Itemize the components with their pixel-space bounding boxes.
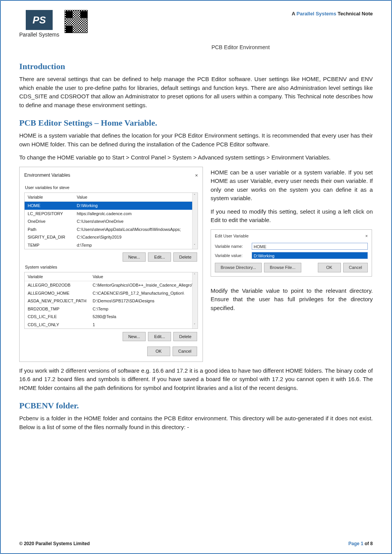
ok-button[interactable]: OK [318,263,341,272]
variable-name-cell: ASDA_NEW_PROJECT_PATH [25,297,90,305]
home-after-paragraph: If you work with 2 different versions of… [19,367,373,393]
tech-note-suffix: Technical Note [336,11,373,17]
column-value[interactable]: Value [74,193,198,202]
delete-button[interactable]: Delete [173,252,197,262]
table-row[interactable]: CDS_LIC_ONLY1 [25,321,198,329]
ok-button[interactable]: OK [147,347,170,356]
variable-name-cell: OneDrive [25,217,74,226]
table-row[interactable]: SIGRITY_EDA_DIRC:\Cadence\Sigrity2019 [25,233,198,241]
table-row[interactable]: ALLEGROMO_HOMEC:\CADENCE\SPB_17.2_Manufa… [25,289,198,297]
variable-value-cell: C:\Users\steve\AppData\Local\Microsoft\W… [74,226,198,234]
table-row[interactable]: TEMPd:\Temp [25,241,198,249]
variable-name-cell: HOME [25,202,74,210]
table-row[interactable]: CDS_LIC_FILE5280@Tesla [25,313,198,321]
home-side-paragraph-3: Modify the Variable value to point to th… [211,287,373,313]
variable-name-cell: BRD2ODB_TMP [25,305,90,313]
variable-name-cell: ALLEGROMO_HOME [25,289,90,297]
variable-name-cell: Path [25,226,74,234]
page-number: Page 1 of 8 [349,540,373,547]
table-row[interactable]: ASDA_NEW_PROJECT_PATHD:\Demos\SPB172\SDA… [25,297,198,305]
browse-file-button[interactable]: Browse File... [264,263,301,272]
table-row[interactable]: CDS_SDA_HIGH_DPI1 [25,328,198,329]
heading-pcbenv: PCBENV folder. [19,399,373,412]
new-button[interactable]: New... [123,252,146,262]
chevron-down-icon[interactable]: ˅ [194,243,196,249]
variable-value-cell: D:\Demos\SPB172\SDA\Designs [90,297,198,305]
variable-value-input[interactable]: D:\Working [252,252,368,259]
column-value[interactable]: Value [90,272,198,281]
variable-name-cell: CDS_LIC_FILE [25,313,90,321]
cancel-button[interactable]: Cancel [173,347,197,356]
table-row[interactable]: LC_REPOSITORYhttps://allegrolc.cadence.c… [25,210,198,218]
column-variable[interactable]: Variable [25,272,90,281]
variable-name-cell: TEMP [25,241,74,249]
dialog-title: Edit User Variable [215,233,249,239]
scrollbar[interactable]: ˄ ˅ [192,272,198,328]
system-variables-group-label: System variables [25,264,198,270]
chevron-up-icon[interactable]: ˄ [194,273,196,278]
home-side-paragraph-2: If you need to modify this setting, sele… [211,207,373,225]
copyright-text: © 2020 Parallel Systems Limited [19,540,90,547]
variable-value-cell: C:\Users\steve\OneDrive [74,217,198,226]
environment-variables-dialog: Environment Variables × User variables f… [19,167,203,362]
heading-home-variable: PCB Editor Settings – Home Variable. [19,116,373,129]
home-paragraph-1: HOME is a system variable that defines t… [19,131,373,149]
variable-value-cell: C:\Cadence\Sigrity2019 [74,233,198,241]
table-row[interactable]: ALLEGRO_BRD2ODBC:\MentorGraphics\ODB++_I… [25,281,198,289]
variable-value-cell: D:\Working [74,202,198,210]
close-icon[interactable]: × [195,172,198,179]
parallel-systems-logo: PS Parallel Systems [19,10,59,39]
chevron-down-icon[interactable]: ˅ [194,323,196,328]
variable-value-cell: C:\Temp [90,305,198,313]
variable-value-cell: d:\Temp [74,241,198,249]
user-variables-group-label: User variables for steve [25,184,198,191]
table-row[interactable]: PathC:\Users\steve\AppData\Local\Microso… [25,226,198,234]
page-footer: © 2020 Parallel Systems Limited Page 1 o… [19,540,373,547]
variable-value-cell: 5280@Tesla [90,313,198,321]
variable-name-cell: ALLEGRO_BRD2ODB [25,281,90,289]
table-row[interactable]: BRD2ODB_TMPC:\Temp [25,305,198,313]
edit-button[interactable]: Edit... [148,252,171,262]
new-button[interactable]: New... [123,332,146,342]
page-of: of [363,541,370,546]
variable-name-cell: LC_REPOSITORY [25,210,74,218]
user-variables-table: Variable Value HOMED:\WorkingLC_REPOSITO… [24,192,198,249]
home-paragraph-2: To change the HOME variable go to Start … [19,153,373,162]
variable-value-cell: 1 [90,328,198,329]
variable-value-label: Variable value: [215,252,248,259]
table-row[interactable]: OneDriveC:\Users\steve\OneDrive [25,217,198,226]
table-row[interactable]: HOMED:\Working [25,202,198,210]
variable-value-cell: 1 [90,321,198,329]
tech-note-prefix: A [292,11,297,17]
scrollbar[interactable]: ˄ ˅ [192,193,198,249]
technical-note-label: A Parallel Systems Technical Note [292,10,373,18]
cancel-button[interactable]: Cancel [343,263,368,272]
variable-name-input[interactable]: HOME [252,243,368,250]
edit-user-variable-dialog: Edit User Variable × Variable name: HOME… [211,229,372,277]
page-total: 8 [370,541,373,546]
variable-name-label: Variable name: [215,243,248,250]
variable-value-cell: d:\Temp [74,249,198,249]
dialog-title: Environment Variables [24,172,70,179]
qr-code-icon [65,10,88,33]
delete-button[interactable]: Delete [173,332,197,342]
logo-badge: PS [26,10,53,30]
home-side-paragraph-1: HOME can be a user variable or a system … [211,168,373,203]
column-variable[interactable]: Variable [25,193,74,202]
variable-value-cell: C:\MentorGraphics\ODB++_Inside_Cadence_A… [90,281,198,289]
variable-value-cell: https://allegrolc.cadence.com [74,210,198,218]
close-icon[interactable]: × [365,233,368,239]
heading-introduction: Introduction [19,60,373,73]
variable-name-cell: TMP [25,249,74,249]
edit-button[interactable]: Edit... [148,332,171,342]
page-header: PS Parallel Systems A Parallel Systems T… [19,10,373,39]
variable-name-cell: SIGRITY_EDA_DIR [25,233,74,241]
browse-directory-button[interactable]: Browse Directory... [215,263,262,272]
variable-value-cell: C:\CADENCE\SPB_17.2_Manufacturing_Option… [90,289,198,297]
table-row[interactable]: TMPd:\Temp [25,249,198,249]
logo-group: PS Parallel Systems [19,10,88,39]
system-variables-table: Variable Value ALLEGRO_BRD2ODBC:\MentorG… [24,272,198,329]
logo-label: Parallel Systems [19,31,59,39]
chevron-up-icon[interactable]: ˄ [194,193,196,199]
tech-note-brand: Parallel Systems [297,11,336,17]
